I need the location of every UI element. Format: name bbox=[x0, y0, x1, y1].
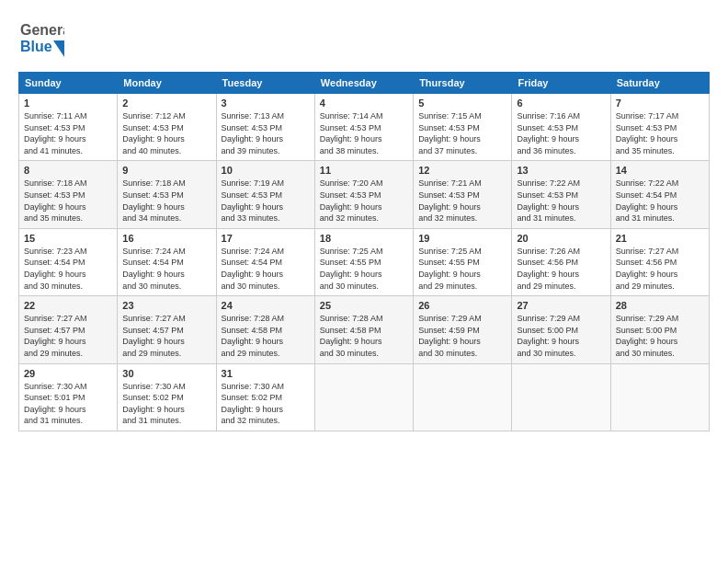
calendar-cell: 30Sunrise: 7:30 AMSunset: 5:02 PMDayligh… bbox=[118, 363, 216, 431]
day-number: 3 bbox=[222, 98, 310, 109]
day-number: 4 bbox=[320, 98, 408, 109]
calendar-cell bbox=[314, 363, 413, 431]
calendar-cell: 29Sunrise: 7:30 AMSunset: 5:01 PMDayligh… bbox=[19, 363, 118, 431]
svg-text:General: General bbox=[20, 22, 64, 38]
calendar-cell: 26Sunrise: 7:29 AMSunset: 4:59 PMDayligh… bbox=[414, 296, 512, 363]
day-number: 25 bbox=[320, 300, 408, 311]
day-number: 22 bbox=[24, 300, 112, 311]
calendar-cell: 1Sunrise: 7:11 AMSunset: 4:53 PMDaylight… bbox=[19, 94, 118, 161]
calendar-table: SundayMondayTuesdayWednesdayThursdayFrid… bbox=[18, 72, 710, 431]
day-detail: Sunrise: 7:13 AMSunset: 4:53 PMDaylight:… bbox=[222, 110, 310, 156]
day-detail: Sunrise: 7:26 AMSunset: 4:56 PMDaylight:… bbox=[517, 246, 605, 292]
weekday-header: Thursday bbox=[414, 73, 512, 94]
day-detail: Sunrise: 7:30 AMSunset: 5:02 PMDaylight:… bbox=[222, 381, 310, 427]
calendar-cell: 7Sunrise: 7:17 AMSunset: 4:53 PMDaylight… bbox=[610, 94, 709, 161]
day-number: 15 bbox=[24, 233, 112, 244]
day-detail: Sunrise: 7:12 AMSunset: 4:53 PMDaylight:… bbox=[122, 110, 210, 156]
day-detail: Sunrise: 7:14 AMSunset: 4:53 PMDaylight:… bbox=[320, 110, 408, 156]
day-number: 28 bbox=[616, 300, 704, 311]
day-number: 23 bbox=[122, 300, 210, 311]
day-detail: Sunrise: 7:28 AMSunset: 4:58 PMDaylight:… bbox=[222, 313, 310, 359]
calendar-cell: 8Sunrise: 7:18 AMSunset: 4:53 PMDaylight… bbox=[19, 161, 118, 228]
day-number: 27 bbox=[517, 300, 605, 311]
day-detail: Sunrise: 7:27 AMSunset: 4:57 PMDaylight:… bbox=[122, 313, 210, 359]
day-number: 29 bbox=[24, 368, 112, 379]
calendar-cell: 19Sunrise: 7:25 AMSunset: 4:55 PMDayligh… bbox=[414, 228, 512, 295]
day-detail: Sunrise: 7:28 AMSunset: 4:58 PMDaylight:… bbox=[320, 313, 408, 359]
calendar-cell: 9Sunrise: 7:18 AMSunset: 4:53 PMDaylight… bbox=[118, 161, 216, 228]
day-detail: Sunrise: 7:29 AMSunset: 5:00 PMDaylight:… bbox=[616, 313, 704, 359]
calendar-cell: 15Sunrise: 7:23 AMSunset: 4:54 PMDayligh… bbox=[19, 228, 118, 295]
day-number: 31 bbox=[222, 368, 310, 379]
day-detail: Sunrise: 7:22 AMSunset: 4:54 PMDaylight:… bbox=[616, 178, 704, 224]
calendar-cell: 27Sunrise: 7:29 AMSunset: 5:00 PMDayligh… bbox=[512, 296, 610, 363]
calendar-cell: 3Sunrise: 7:13 AMSunset: 4:53 PMDaylight… bbox=[216, 94, 314, 161]
calendar-cell: 31Sunrise: 7:30 AMSunset: 5:02 PMDayligh… bbox=[216, 363, 314, 431]
calendar-cell: 6Sunrise: 7:16 AMSunset: 4:53 PMDaylight… bbox=[512, 94, 610, 161]
day-number: 2 bbox=[122, 98, 210, 109]
day-detail: Sunrise: 7:19 AMSunset: 4:53 PMDaylight:… bbox=[222, 178, 310, 224]
calendar-cell: 12Sunrise: 7:21 AMSunset: 4:53 PMDayligh… bbox=[414, 161, 512, 228]
day-number: 18 bbox=[320, 233, 408, 244]
day-detail: Sunrise: 7:17 AMSunset: 4:53 PMDaylight:… bbox=[616, 110, 704, 156]
day-number: 19 bbox=[418, 233, 506, 244]
day-number: 24 bbox=[222, 300, 310, 311]
calendar-cell: 4Sunrise: 7:14 AMSunset: 4:53 PMDaylight… bbox=[314, 94, 413, 161]
calendar-cell: 5Sunrise: 7:15 AMSunset: 4:53 PMDaylight… bbox=[414, 94, 512, 161]
calendar-cell: 13Sunrise: 7:22 AMSunset: 4:53 PMDayligh… bbox=[512, 161, 610, 228]
day-detail: Sunrise: 7:22 AMSunset: 4:53 PMDaylight:… bbox=[517, 178, 605, 224]
calendar-cell: 14Sunrise: 7:22 AMSunset: 4:54 PMDayligh… bbox=[610, 161, 709, 228]
weekday-header: Tuesday bbox=[216, 73, 314, 94]
day-number: 13 bbox=[517, 165, 605, 176]
day-detail: Sunrise: 7:30 AMSunset: 5:02 PMDaylight:… bbox=[122, 381, 210, 427]
day-detail: Sunrise: 7:21 AMSunset: 4:53 PMDaylight:… bbox=[418, 178, 506, 224]
day-number: 10 bbox=[222, 165, 310, 176]
calendar-cell bbox=[610, 363, 709, 431]
day-detail: Sunrise: 7:27 AMSunset: 4:56 PMDaylight:… bbox=[616, 246, 704, 292]
day-detail: Sunrise: 7:11 AMSunset: 4:53 PMDaylight:… bbox=[24, 110, 112, 156]
day-number: 7 bbox=[616, 98, 704, 109]
calendar-cell: 18Sunrise: 7:25 AMSunset: 4:55 PMDayligh… bbox=[314, 228, 413, 295]
day-number: 1 bbox=[24, 98, 112, 109]
day-detail: Sunrise: 7:29 AMSunset: 4:59 PMDaylight:… bbox=[418, 313, 506, 359]
calendar-cell: 20Sunrise: 7:26 AMSunset: 4:56 PMDayligh… bbox=[512, 228, 610, 295]
day-number: 20 bbox=[517, 233, 605, 244]
day-number: 14 bbox=[616, 165, 704, 176]
day-number: 5 bbox=[418, 98, 506, 109]
day-detail: Sunrise: 7:25 AMSunset: 4:55 PMDaylight:… bbox=[418, 246, 506, 292]
day-detail: Sunrise: 7:16 AMSunset: 4:53 PMDaylight:… bbox=[517, 110, 605, 156]
calendar-cell: 11Sunrise: 7:20 AMSunset: 4:53 PMDayligh… bbox=[314, 161, 413, 228]
weekday-header: Saturday bbox=[610, 73, 709, 94]
day-detail: Sunrise: 7:29 AMSunset: 5:00 PMDaylight:… bbox=[517, 313, 605, 359]
weekday-header: Monday bbox=[118, 73, 216, 94]
day-detail: Sunrise: 7:27 AMSunset: 4:57 PMDaylight:… bbox=[24, 313, 112, 359]
day-number: 21 bbox=[616, 233, 704, 244]
day-number: 17 bbox=[222, 233, 310, 244]
calendar-cell: 28Sunrise: 7:29 AMSunset: 5:00 PMDayligh… bbox=[610, 296, 709, 363]
day-number: 12 bbox=[418, 165, 506, 176]
day-number: 6 bbox=[517, 98, 605, 109]
calendar-cell: 10Sunrise: 7:19 AMSunset: 4:53 PMDayligh… bbox=[216, 161, 314, 228]
day-number: 16 bbox=[122, 233, 210, 244]
calendar-cell: 24Sunrise: 7:28 AMSunset: 4:58 PMDayligh… bbox=[216, 296, 314, 363]
day-number: 30 bbox=[122, 368, 210, 379]
calendar-cell bbox=[512, 363, 610, 431]
day-detail: Sunrise: 7:24 AMSunset: 4:54 PMDaylight:… bbox=[122, 246, 210, 292]
day-number: 9 bbox=[122, 165, 210, 176]
calendar-cell: 17Sunrise: 7:24 AMSunset: 4:54 PMDayligh… bbox=[216, 228, 314, 295]
day-detail: Sunrise: 7:23 AMSunset: 4:54 PMDaylight:… bbox=[24, 246, 112, 292]
weekday-header: Friday bbox=[512, 73, 610, 94]
calendar-cell: 22Sunrise: 7:27 AMSunset: 4:57 PMDayligh… bbox=[19, 296, 118, 363]
day-detail: Sunrise: 7:20 AMSunset: 4:53 PMDaylight:… bbox=[320, 178, 408, 224]
day-detail: Sunrise: 7:24 AMSunset: 4:54 PMDaylight:… bbox=[222, 246, 310, 292]
logo: General Blue bbox=[18, 15, 64, 61]
svg-marker-2 bbox=[53, 40, 64, 57]
day-number: 26 bbox=[418, 300, 506, 311]
calendar-header: SundayMondayTuesdayWednesdayThursdayFrid… bbox=[19, 73, 710, 94]
day-detail: Sunrise: 7:30 AMSunset: 5:01 PMDaylight:… bbox=[24, 381, 112, 427]
calendar-cell bbox=[414, 363, 512, 431]
logo-icon: General Blue bbox=[18, 15, 64, 61]
day-detail: Sunrise: 7:15 AMSunset: 4:53 PMDaylight:… bbox=[418, 110, 506, 156]
weekday-header: Wednesday bbox=[314, 73, 413, 94]
calendar-cell: 25Sunrise: 7:28 AMSunset: 4:58 PMDayligh… bbox=[314, 296, 413, 363]
